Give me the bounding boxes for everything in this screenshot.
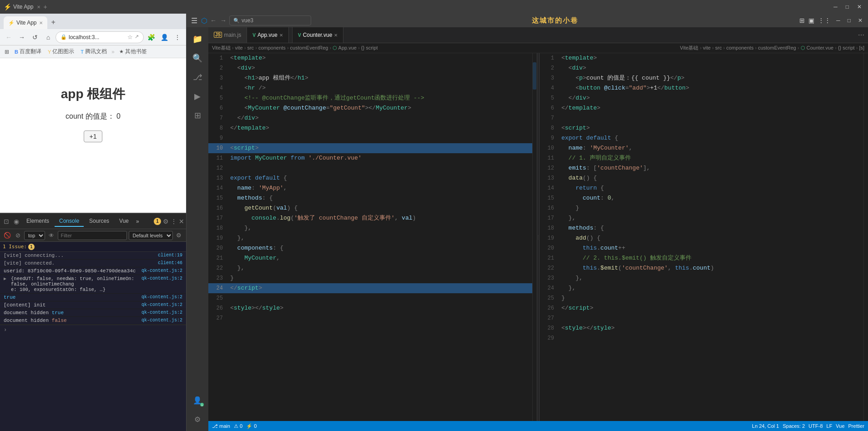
close-button[interactable]: ✕ [854,3,864,11]
bookmark-yitu[interactable]: Y 亿图图示 [45,47,77,56]
nav-back-icon[interactable]: ← [3,31,15,43]
tab-app-vue[interactable]: V App.vue ✕ [247,27,289,43]
console-source[interactable]: qk-content.js:2 [141,295,182,300]
code-line: 10 name: 'MyCounter', [540,143,868,153]
split-editor-icon[interactable]: ⊞ [798,16,806,25]
console-source[interactable]: qk-content.js:2 [141,318,182,323]
bookmark-others[interactable]: ★ 其他书签 [116,47,150,56]
line-endings: LF [827,423,833,429]
bookmark-star-icon[interactable]: ☆ [127,34,133,40]
maximize-button[interactable]: □ [843,3,852,11]
vscode-topbar: ☰ ⬡ ← → 🔍 vue3 这城市的小巷 ⊞ ▣ ⋮⋮ ─ □ [187,14,868,27]
console-source[interactable]: client:46 [158,261,182,266]
console-line: document hidden true qk-content.js:2 [0,309,186,317]
tab-console[interactable]: Console [55,216,84,227]
eye-icon[interactable]: 👁 [47,232,56,239]
code-line: 23 }, [540,273,868,283]
activity-extensions-icon[interactable]: ⊞ [189,107,206,124]
nav-forward-icon[interactable]: → [16,31,28,43]
add-button[interactable]: +1 [84,130,103,142]
console-source[interactable]: client:19 [158,253,182,258]
devtools-panel-icon[interactable]: ⊡ [2,216,11,227]
activity-source-control-icon[interactable]: ⎇ [189,69,206,85]
clear-console-icon[interactable]: 🚫 [3,231,12,240]
profile-icon[interactable]: 👤 [158,31,170,43]
context-selector[interactable]: top [24,231,45,240]
tab-main-js[interactable]: JS main.js [208,27,247,43]
console-expand-icon[interactable]: ▶ [4,276,6,281]
code-line: 12 [208,163,537,173]
code-line: 1<template> [208,53,537,63]
code-area-right: 1<template> 2 <div> 3 <p>count 的值是：{{ co… [540,53,868,421]
code-line: 4 <button @click="add">+1</button> [540,83,868,93]
code-line: 4 <hr /> [208,83,537,93]
nav-reload-icon[interactable]: ↺ [29,31,41,43]
devtools-close-icon[interactable]: ✕ [179,218,184,225]
console-source[interactable]: qk-content.js:2 [141,302,182,308]
activity-search-icon[interactable]: 🔍 [189,50,206,66]
devtools-menu-icon[interactable]: ⋮ [171,218,177,225]
console-source[interactable]: qk-content.js:2 [141,268,182,274]
console-source[interactable]: qk-content.js:2 [141,310,182,316]
console-prompt[interactable]: › [0,325,186,335]
tab-close-icon[interactable]: ✕ [39,20,43,25]
count-display: count 的值是： 0 [66,112,121,121]
settings-icon[interactable]: ⚙ [175,232,184,239]
address-bar[interactable]: 🔒 localhost:3... ☆ ↗ [56,31,144,43]
code-line: 24 }, [540,283,868,293]
layout-icon[interactable]: ▣ [807,16,815,25]
code-line: 22 }, [208,263,537,273]
tab-sources[interactable]: Sources [85,216,114,227]
console-source[interactable]: qk-content.js:2 [141,276,182,281]
vscode-search-bar[interactable]: 🔍 vue3 [229,15,311,25]
code-line: 14 name: 'MyApp', [208,183,537,193]
console-line: userid: 83f10c00-09f4-08e9-9850-4e790dea… [0,267,186,275]
browser-tab-close-icon[interactable]: ✕ [37,5,40,10]
hamburger-menu-icon[interactable]: ☰ [189,15,199,26]
log-levels-selector[interactable]: Default levels [129,231,173,240]
share-icon[interactable]: ↗ [135,34,139,40]
formatter[interactable]: Prettier [848,423,864,429]
extensions-icon[interactable]: 🧩 [145,31,157,43]
grid-icon[interactable]: ⋮⋮ [817,16,832,25]
code-line: 6</template> [540,103,868,113]
activity-run-icon[interactable]: ▶ [189,88,206,105]
code-line: 21 MyCounter, [208,253,537,263]
menu-icon[interactable]: ⋮ [172,31,183,43]
language-mode[interactable]: Vue [836,423,844,429]
bookmark-tencent[interactable]: T 腾讯文档 [78,47,110,56]
code-line: 16 } [540,203,868,213]
code-line: 29 [540,333,868,343]
tab-elements[interactable]: Elements [22,216,54,227]
activity-remote-icon[interactable]: 👤 1 [189,392,206,408]
errors-icon[interactable]: ⚠ 0 [234,423,242,429]
add-tab-icon[interactable]: + [49,16,57,28]
tab-close-app-icon[interactable]: ✕ [279,33,283,38]
console-filter-input[interactable] [58,231,127,240]
bookmark-baidu[interactable]: B 百度翻译 [12,47,44,56]
tab-vue[interactable]: Vue [115,216,133,227]
devtools-settings-icon[interactable]: ⚙ [163,218,169,225]
nav-back-editor-icon[interactable]: ← [209,16,217,25]
editor-more-actions[interactable]: ⋯ [854,27,868,43]
code-line: 7 </div> [208,113,537,123]
devtools-circle-icon[interactable]: ◉ [12,216,21,227]
bookmark-apps-icon[interactable]: ⊞ [3,48,11,56]
topbar-minimize-icon[interactable]: ─ [833,16,843,25]
activity-explorer-icon[interactable]: 📁 [189,31,206,47]
nav-forward-editor-icon[interactable]: → [219,16,227,25]
activity-settings-icon[interactable]: ⚙ [189,411,206,427]
browser-tab[interactable]: ⚡ Vite App ✕ [4,16,47,29]
filter-icon[interactable]: ⊘ [14,231,23,240]
tab-close-counter-icon[interactable]: ✕ [334,33,338,38]
topbar-close-icon[interactable]: ✕ [855,16,865,25]
new-tab-icon[interactable]: + [43,3,47,10]
git-branch-icon[interactable]: ⎇ main [212,423,230,429]
minimize-button[interactable]: ─ [831,3,840,11]
nav-home-icon[interactable]: ⌂ [42,31,54,43]
code-line: 23} [208,273,537,283]
devtools-more-icon[interactable]: » [134,216,141,226]
tab-counter-vue[interactable]: V Counter.vue ✕ [293,27,343,43]
topbar-restore-icon[interactable]: □ [845,16,853,25]
warnings-icon[interactable]: ⚡ 0 [246,423,257,429]
